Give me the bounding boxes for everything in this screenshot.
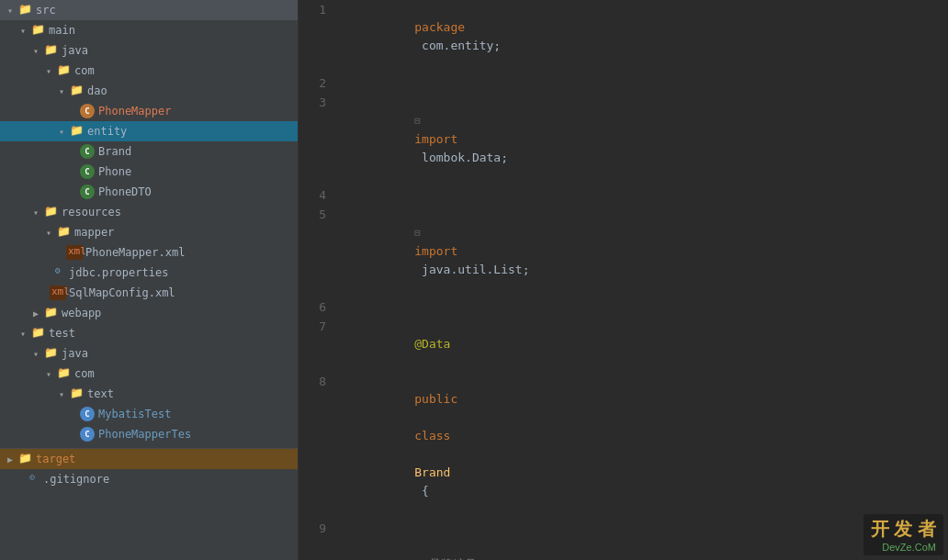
folder-icon-java2: 📁 <box>42 346 59 361</box>
folder-icon-entity: 📁 <box>68 124 85 139</box>
line-number-6: 6 <box>299 297 335 317</box>
folder-icon-webapp: 📁 <box>42 306 59 320</box>
java-file-icon-phonemapperte: C <box>79 427 96 442</box>
keyword-import2: import <box>414 244 457 258</box>
folder-icon-dao: 📁 <box>68 84 85 98</box>
annotation-data: @Data <box>414 337 450 351</box>
code-line-2: 2 <box>299 73 948 93</box>
tree-item-dao[interactable]: ▾ 📁 dao <box>0 81 298 101</box>
tree-item-jdbc-properties[interactable]: ⚙ jdbc.properties <box>0 263 298 283</box>
xml-file-icon: xml <box>66 245 83 260</box>
label-webapp: webapp <box>62 307 101 319</box>
line-content-6 <box>335 297 948 317</box>
folder-icon-src: 📁 <box>17 3 33 17</box>
java-file-icon-brand: C <box>79 144 96 159</box>
line-number-5: 5 <box>299 205 335 297</box>
code-text: lombok.Data; <box>414 151 508 164</box>
folder-icon-target: 📁 <box>17 452 33 466</box>
label-phonedto: PhoneDTO <box>98 185 152 198</box>
arrow-main: ▾ <box>17 26 29 36</box>
arrow-java2: ▾ <box>29 349 42 359</box>
label-phonemapper: PhoneMapper <box>98 105 171 118</box>
properties-file-icon: ⚙ <box>50 265 66 280</box>
code-text: java.util.List; <box>414 263 529 276</box>
line-content-2 <box>335 73 948 93</box>
tree-item-com2[interactable]: ▾ 📁 com <box>0 364 298 384</box>
code-line-5: 5 ⊟ import java.util.List; <box>299 205 948 297</box>
label-sqlmapconfig-xml: SqlMapConfig.xml <box>69 286 175 299</box>
code-line-9: 9 //品牌编号 <box>299 519 948 560</box>
tree-item-java[interactable]: ▾ 📁 java <box>0 40 298 61</box>
line-content-5: ⊟ import java.util.List; <box>335 205 948 297</box>
code-line-8: 8 public class Brand { <box>299 372 948 519</box>
tree-item-com[interactable]: ▾ 📁 com <box>0 61 298 81</box>
label-text: text <box>87 387 114 400</box>
tree-item-entity[interactable]: ▾ 📁 entity <box>0 121 298 141</box>
tree-item-target[interactable]: ▶ 📁 target <box>0 449 298 469</box>
tree-item-java2[interactable]: ▾ 📁 java <box>0 343 298 364</box>
arrow-webapp: ▶ <box>29 308 42 319</box>
arrow-resources: ▾ <box>29 207 42 218</box>
file-tree: ▾ 📁 src ▾ 📁 main ▾ 📁 java ▾ 📁 com ▾ 📁 da… <box>0 0 299 560</box>
tree-item-phonedto[interactable]: C PhoneDTO <box>0 182 298 202</box>
folder-icon-com: 📁 <box>55 63 72 78</box>
watermark: 开 发 者 DevZe.CoM <box>863 514 943 555</box>
label-com: com <box>74 64 95 77</box>
tree-item-phone[interactable]: C Phone <box>0 162 298 182</box>
label-com2: com <box>74 367 95 380</box>
label-main: main <box>49 24 75 37</box>
code-text: { <box>414 484 429 498</box>
tree-item-brand[interactable]: C Brand <box>0 141 298 162</box>
tree-item-test[interactable]: ▾ 📁 test <box>0 323 298 343</box>
java-file-icon-mybatistest: C <box>79 407 96 421</box>
label-phonemapper-xml: PhoneMapper.xml <box>85 246 185 259</box>
folder-icon-main: 📁 <box>29 23 46 38</box>
tree-item-mybatistest[interactable]: C MybatisTest <box>0 404 298 424</box>
tree-item-webapp[interactable]: ▶ 📁 webapp <box>0 303 298 323</box>
tree-item-main[interactable]: ▾ 📁 main <box>0 20 298 40</box>
code-line-7: 7 @Data <box>299 317 948 372</box>
tree-item-phonemapperte[interactable]: C PhoneMapperTes <box>0 424 298 444</box>
tree-item-mapper[interactable]: ▾ 📁 mapper <box>0 222 298 242</box>
arrow-text: ▾ <box>55 389 68 399</box>
collapse-icon-5[interactable]: ⊟ <box>414 227 421 239</box>
line-number-3: 3 <box>299 93 335 185</box>
label-mybatistest: MybatisTest <box>98 408 171 420</box>
tree-item-gitignore[interactable]: ⊙ .gitignore <box>0 469 298 489</box>
arrow-target: ▶ <box>4 454 17 465</box>
code-table: 1 package com.entity; 2 3 ⊟ import lombo… <box>299 0 948 560</box>
line-content-1: package com.entity; <box>335 0 948 73</box>
watermark-line1: 开 发 者 <box>871 519 936 539</box>
folder-icon-mapper: 📁 <box>55 225 72 240</box>
xml-file-icon-sqlmap: xml <box>50 286 66 300</box>
line-content-9: //品牌编号 <box>335 519 948 560</box>
label-java2: java <box>62 347 88 360</box>
keyword-public: public <box>414 392 457 406</box>
code-line-4: 4 <box>299 185 948 205</box>
collapse-icon[interactable]: ⊟ <box>414 115 421 127</box>
label-resources: resources <box>62 206 121 218</box>
tree-item-text[interactable]: ▾ 📁 text <box>0 384 298 404</box>
line-content-3: ⊟ import lombok.Data; <box>335 93 948 185</box>
tree-item-src[interactable]: ▾ 📁 src <box>0 0 298 20</box>
code-line-1: 1 package com.entity; <box>299 0 948 73</box>
folder-icon-test: 📁 <box>29 326 46 341</box>
tree-item-phonemapper-xml[interactable]: xml PhoneMapper.xml <box>0 242 298 263</box>
arrow-test: ▾ <box>17 329 29 339</box>
tree-item-resources[interactable]: ▾ 📁 resources <box>0 202 298 222</box>
arrow-entity: ▾ <box>55 127 68 137</box>
code-line-3: 3 ⊟ import lombok.Data; <box>299 93 948 185</box>
line-content-7: @Data <box>335 317 948 372</box>
watermark-line2: DevZe.CoM <box>871 542 936 553</box>
line-number-9: 9 <box>299 519 335 560</box>
tree-item-phonemapper[interactable]: C PhoneMapper <box>0 101 298 121</box>
code-text: com.entity; <box>414 39 501 52</box>
tree-item-sqlmapconfig-xml[interactable]: xml SqlMapConfig.xml <box>0 283 298 303</box>
line-number-8: 8 <box>299 372 335 519</box>
label-target: target <box>36 453 75 465</box>
line-number-7: 7 <box>299 317 335 372</box>
label-dao: dao <box>87 84 107 97</box>
line-content-4 <box>335 185 948 205</box>
line-number-2: 2 <box>299 73 335 93</box>
keyword-package: package <box>414 20 465 34</box>
